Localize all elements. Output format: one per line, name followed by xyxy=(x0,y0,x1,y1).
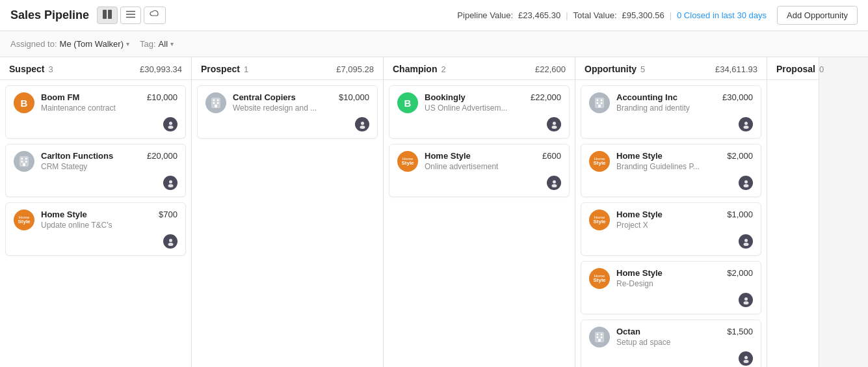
column-count: 5 xyxy=(640,64,645,74)
card-name: Home Style xyxy=(616,151,720,161)
filters-bar: Assigned to: Me (Tom Walker) ▾ Tag: All … xyxy=(0,31,868,57)
card-top: Carlton FunctionsCRM Stategy£20,000 xyxy=(14,151,178,172)
page-title: Sales Pipeline xyxy=(10,8,89,22)
svg-point-45 xyxy=(743,301,748,305)
card[interactable]: Accounting IncBranding and identity£30,0… xyxy=(581,85,761,139)
tag-label: Tag: xyxy=(140,39,156,49)
card[interactable]: BBookinglyUS Online Advertisem...£22,000 xyxy=(389,85,570,139)
card-bottom xyxy=(397,176,561,190)
column-count: 2 xyxy=(441,64,445,74)
card-top: HomeStyleHome StyleBranding Guidelines P… xyxy=(589,151,753,172)
pipeline-value-label: Pipeline Value: xyxy=(457,10,513,20)
column-count: 3 xyxy=(48,64,53,74)
assignee-avatar xyxy=(163,117,178,131)
column-title: Prospect xyxy=(201,64,240,74)
card[interactable]: HomeStyleHome StyleUpdate online T&C's$7… xyxy=(5,202,186,256)
card-bottom xyxy=(14,234,178,249)
card-amount: $1,000 xyxy=(727,210,753,219)
closed-link[interactable]: 0 Closed in last 30 days xyxy=(677,10,767,20)
svg-rect-34 xyxy=(597,102,599,104)
tag-chevron-icon: ▾ xyxy=(170,40,174,48)
tag-value: All xyxy=(159,39,168,49)
svg-point-42 xyxy=(744,239,748,242)
card-amount: $1,500 xyxy=(727,327,753,336)
card[interactable]: Central CopiersWebsite redesign and ...$… xyxy=(197,85,378,139)
header-left: Sales Pipeline xyxy=(10,7,166,24)
card-bottom xyxy=(14,117,178,131)
svg-rect-10 xyxy=(21,161,23,163)
cards-container xyxy=(767,80,819,367)
card-top: HomeStyleHome StyleUpdate online T&C's$7… xyxy=(14,210,178,230)
svg-rect-8 xyxy=(21,158,23,160)
column-suspect: Suspect3£30,993.34BBoom FMMaintenance co… xyxy=(0,57,192,367)
column-value: £22,600 xyxy=(535,64,566,74)
card-top: BBoom FMMaintenance contract£10,000 xyxy=(14,92,178,113)
tag-filter[interactable]: Tag: All ▾ xyxy=(140,39,174,49)
svg-rect-20 xyxy=(217,100,219,102)
cloud-view-button[interactable] xyxy=(144,7,166,24)
svg-point-39 xyxy=(743,126,748,129)
card[interactable]: HomeStyleHome StyleRe-Design$2,000 xyxy=(581,261,761,314)
card-bottom xyxy=(589,351,753,366)
svg-rect-49 xyxy=(597,336,599,338)
assignee-avatar xyxy=(739,234,753,249)
card-name: Octan xyxy=(616,327,720,336)
card[interactable]: HomeStyleHome StyleProject X$1,000 xyxy=(581,202,761,256)
card-amount: $700 xyxy=(159,210,178,219)
assigned-to-filter[interactable]: Assigned to: Me (Tom Walker) ▾ xyxy=(10,39,129,49)
add-opportunity-button[interactable]: Add Opportunity xyxy=(777,6,858,25)
svg-point-17 xyxy=(168,243,173,246)
column-count: 1 xyxy=(244,64,248,74)
card-avatar: HomeStyle xyxy=(14,210,34,230)
card-avatar: HomeStyle xyxy=(589,151,610,172)
list-view-button[interactable] xyxy=(120,7,141,24)
card-info: OctanSetup ad space xyxy=(616,327,720,347)
svg-point-6 xyxy=(168,126,173,129)
column-champion: Champion2£22,600BBookinglyUS Online Adve… xyxy=(384,57,575,367)
column-count: 0 xyxy=(819,64,824,74)
column-title: Proposal xyxy=(776,64,815,74)
card[interactable]: HomeStyleHome StyleOnline advertisement£… xyxy=(389,144,570,197)
card[interactable]: BBoom FMMaintenance contract£10,000 xyxy=(5,85,186,139)
card[interactable]: OctanSetup ad space$1,500 xyxy=(581,319,761,367)
cards-container: BBoom FMMaintenance contract£10,000Carlt… xyxy=(0,80,191,367)
column-title: Suspect xyxy=(9,64,44,74)
divider2: | xyxy=(670,10,672,20)
svg-point-41 xyxy=(743,184,748,187)
column-title-group: Champion2 xyxy=(393,64,446,74)
kanban-view-button[interactable] xyxy=(97,7,118,24)
card[interactable]: HomeStyleHome StyleBranding Guidelines P… xyxy=(581,144,761,197)
card-top: Central CopiersWebsite redesign and ...$… xyxy=(205,92,369,113)
header-stats: Pipeline Value: £23,465.30 | Total Value… xyxy=(457,10,767,20)
card-top: HomeStyleHome StyleRe-Design$2,000 xyxy=(589,268,753,289)
card-description: Project X xyxy=(616,221,720,230)
assignee-avatar xyxy=(739,117,753,131)
svg-rect-36 xyxy=(598,105,601,108)
card-description: Update online T&C's xyxy=(41,221,152,230)
pipeline-board: Suspect3£30,993.34BBoom FMMaintenance co… xyxy=(0,57,868,367)
column-title-group: Suspect3 xyxy=(9,64,53,74)
svg-rect-50 xyxy=(601,336,603,338)
card-bottom xyxy=(397,117,561,131)
card-top: HomeStyleHome StyleProject X$1,000 xyxy=(589,210,753,230)
card-info: Home StyleOnline advertisement xyxy=(425,151,536,171)
card-info: Carlton FunctionsCRM Stategy xyxy=(41,151,140,171)
card-avatar xyxy=(589,92,610,113)
svg-rect-23 xyxy=(215,105,217,108)
column-prospect: Prospect1£7,095.28Central CopiersWebsite… xyxy=(192,57,384,367)
card-description: Branding Guidelines P... xyxy=(616,162,720,171)
card-avatar: HomeStyle xyxy=(589,268,610,289)
svg-point-53 xyxy=(744,356,748,359)
card-bottom xyxy=(589,234,753,249)
svg-rect-0 xyxy=(103,10,107,19)
assignee-avatar xyxy=(739,351,753,366)
card-description: Re-Design xyxy=(616,279,720,288)
assignee-avatar xyxy=(355,117,369,131)
card-bottom xyxy=(589,176,753,190)
assignee-avatar xyxy=(163,176,178,190)
card[interactable]: Carlton FunctionsCRM Stategy£20,000 xyxy=(5,144,186,197)
card-name: Central Copiers xyxy=(233,92,332,102)
pipeline-value: £23,465.30 xyxy=(518,10,560,20)
column-opportunity: Opportunity5£34,611.93Accounting IncBran… xyxy=(575,57,767,367)
card-info: Home StyleProject X xyxy=(616,210,720,230)
